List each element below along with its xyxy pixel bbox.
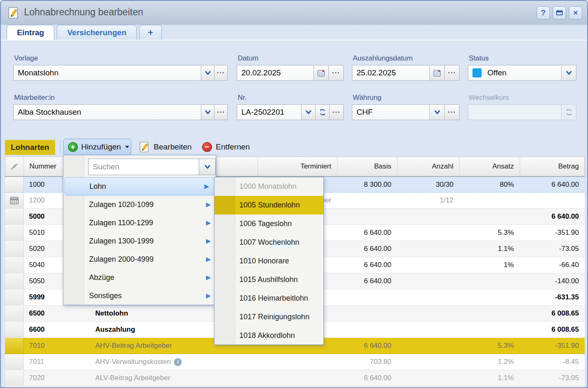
- waehrung-more-button[interactable]: ···: [444, 105, 459, 120]
- submenu-item-1018-akkordlohn[interactable]: 1018 Akkordlohn: [214, 326, 323, 345]
- column-header-betrag[interactable]: Betrag: [520, 157, 585, 176]
- entfernen-button[interactable]: − Entfernen: [202, 140, 250, 154]
- terminiert-cell: [258, 370, 337, 386]
- betrag-cell: -73.05: [520, 241, 585, 257]
- auszahlungsdatum-field[interactable]: 25.02.2025 ···: [352, 65, 460, 81]
- ellipsis-icon: ···: [448, 110, 456, 114]
- bearbeiten-button[interactable]: Bearbeiten: [139, 140, 192, 154]
- menu-item-abz-ge[interactable]: Abzüge▶: [63, 268, 216, 287]
- column-header-basis[interactable]: Basis: [337, 157, 398, 176]
- lohnart-search-input[interactable]: Suchen: [88, 159, 199, 175]
- nr-refresh-button[interactable]: [315, 105, 329, 120]
- submenu-item-1000-monatslohn[interactable]: 1000 Monatslohn: [214, 177, 323, 196]
- info-icon[interactable]: i: [174, 358, 182, 366]
- edit-pencil-icon: [139, 141, 150, 153]
- waehrung-value: CHF: [352, 105, 429, 120]
- submenu-item-label: 1010 Honorare: [239, 257, 289, 265]
- title-bar: Lohnabrechnung bearbeiten ? ×: [1, 1, 587, 25]
- vorlage-field[interactable]: Monatslohn ···: [13, 65, 228, 81]
- auszahlungsdatum-calendar-button[interactable]: [429, 65, 444, 80]
- vorlage-dropdown-button[interactable]: [201, 65, 214, 80]
- submenu-arrow-icon: ▶: [206, 255, 211, 263]
- mitarbeiter-dropdown-button[interactable]: [201, 105, 214, 120]
- menu-item-sonstiges[interactable]: Sonstiges▶: [63, 287, 216, 305]
- tab-versicherungen[interactable]: Versicherungen: [57, 25, 137, 40]
- menu-item-lohn[interactable]: Lohn▶: [65, 177, 214, 195]
- column-header-terminiert[interactable]: Terminiert: [258, 157, 337, 176]
- submenu-item-1015-aushilfslohn[interactable]: 1015 Aushilfslohn: [214, 270, 323, 289]
- datum-calendar-button[interactable]: [313, 65, 328, 80]
- column-header-anzahl[interactable]: Anzahl: [398, 157, 460, 176]
- auszahlungsdatum-more-button[interactable]: ···: [444, 65, 459, 80]
- ansatz-cell: 1%: [459, 257, 520, 273]
- column-header-ansatz[interactable]: Ansatz: [460, 157, 520, 176]
- tab-add[interactable]: +: [139, 25, 162, 40]
- waehrung-label: Währung: [353, 94, 381, 102]
- table-row[interactable]: 7011AHV-Verwaltungskosten i703.801.2%-8.…: [5, 354, 585, 370]
- submenu-item-1016-heimarbeitlohn[interactable]: 1016 Heimarbeitlohn: [214, 289, 323, 308]
- anzahl-cell: [397, 306, 459, 321]
- chevron-down-icon: [205, 110, 211, 115]
- waehrung-dropdown-button[interactable]: [429, 105, 444, 120]
- ansatz-cell: 5.3%: [459, 338, 520, 354]
- anzahl-cell: [397, 322, 459, 337]
- submenu-item-label: 1017 Reinigungslohn: [239, 313, 309, 321]
- anzahl-cell: [397, 209, 459, 224]
- basis-cell: [337, 322, 397, 337]
- vorlage-label: Vorlage: [14, 54, 38, 63]
- lohnarten-section-label: Lohnarten: [5, 140, 55, 155]
- betrag-cell: -140.00: [520, 273, 585, 289]
- ansatz-cell: 5.3%: [459, 225, 520, 241]
- nr-dropdown-button[interactable]: [301, 105, 315, 120]
- terminiert-cell: [258, 354, 337, 370]
- basis-cell: 6 640.00: [337, 225, 397, 241]
- submenu-item-1007-wochenlohn[interactable]: 1007 Wochenlohn: [214, 233, 323, 252]
- submenu-item-1006-tageslohn[interactable]: 1006 Tageslohn: [214, 214, 323, 233]
- betrag-cell: -73.05: [520, 370, 585, 386]
- anzahl-cell: [397, 354, 459, 370]
- calendar-icon: [10, 196, 19, 205]
- refresh-icon: [565, 108, 573, 116]
- status-field[interactable]: Offen: [468, 65, 576, 81]
- ansatz-cell: 1.2%: [459, 354, 520, 370]
- datum-field[interactable]: 20.02.2025 ···: [237, 65, 344, 81]
- submenu-arrow-icon: ▶: [206, 219, 211, 227]
- hinzufuegen-button[interactable]: + Hinzufügen: [63, 139, 131, 155]
- submenu-item-1010-honorare[interactable]: 1010 Honorare: [214, 252, 323, 270]
- mitarbeiter-field[interactable]: Alba Stockhausen ···: [13, 104, 228, 120]
- menu-item-zulagen-1300-1999[interactable]: Zulagen 1300-1999▶: [63, 232, 216, 250]
- menu-item-label: Sonstiges: [89, 292, 122, 300]
- ansatz-cell: [459, 209, 520, 224]
- quick-filter-column-header[interactable]: [5, 157, 24, 176]
- submenu-arrow-icon: ▶: [204, 183, 209, 190]
- row-icon-cell: [5, 209, 24, 224]
- mitarbeiter-more-button[interactable]: ···: [214, 105, 227, 120]
- help-button[interactable]: ?: [537, 6, 550, 19]
- maximize-button[interactable]: [553, 6, 566, 19]
- menu-item-zulagen-1020-1099[interactable]: Zulagen 1020-1099▶: [63, 195, 216, 214]
- status-dropdown-button[interactable]: [561, 65, 576, 80]
- betrag-cell: 6 008.65: [520, 306, 585, 321]
- submenu-item-1017-reinigungslohn[interactable]: 1017 Reinigungslohn: [214, 308, 323, 326]
- close-button[interactable]: ×: [569, 6, 582, 19]
- search-dropdown-button[interactable]: [199, 159, 216, 175]
- menu-item-zulagen-2000-4999[interactable]: Zulagen 2000-4999▶: [63, 250, 216, 268]
- tab-strip: Eintrag Versicherungen +: [7, 25, 162, 40]
- ansatz-cell: 1.1%: [459, 241, 520, 257]
- vorlage-more-button[interactable]: ···: [214, 65, 227, 80]
- refresh-icon: [319, 108, 326, 116]
- menu-item-zulagen-1100-1299[interactable]: Zulagen 1100-1299▶: [63, 214, 216, 232]
- lohn-submenu: 1000 Monatslohn1005 Stundenlohn1006 Tage…: [214, 177, 324, 345]
- tab-eintrag[interactable]: Eintrag: [7, 25, 54, 40]
- table-row[interactable]: 7020ALV-Beitrag Arbeitgeber6 640.001.1%-…: [5, 370, 585, 386]
- nr-field[interactable]: LA-2502201 ···: [237, 104, 344, 120]
- nummer-cell: 7010: [24, 338, 91, 354]
- datum-more-button[interactable]: ···: [328, 65, 343, 80]
- basis-cell: 6 640.00: [337, 257, 397, 273]
- nr-more-button[interactable]: ···: [329, 105, 343, 120]
- menu-item-label: Zulagen 1100-1299: [89, 219, 153, 227]
- waehrung-field[interactable]: CHF ···: [352, 104, 460, 120]
- submenu-arrow-icon: ▶: [206, 201, 211, 208]
- wechselkurs-value: [468, 105, 561, 120]
- submenu-item-1005-stundenlohn[interactable]: 1005 Stundenlohn: [214, 196, 323, 214]
